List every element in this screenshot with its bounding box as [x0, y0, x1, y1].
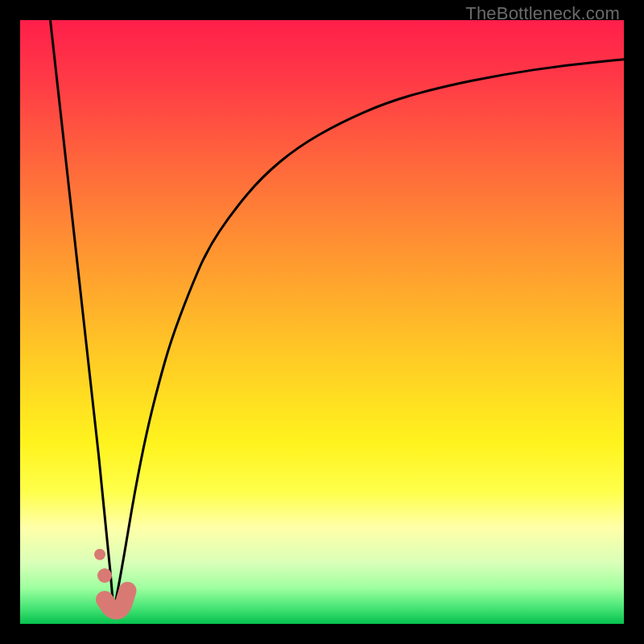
right-curve-line — [114, 60, 624, 612]
optimum-dot — [97, 568, 112, 583]
optimum-dot — [94, 549, 105, 560]
left-slope-line — [51, 20, 114, 612]
chart-frame: TheBottleneck.com — [0, 0, 644, 644]
plot-area — [20, 20, 624, 624]
curve-layer — [20, 20, 624, 624]
